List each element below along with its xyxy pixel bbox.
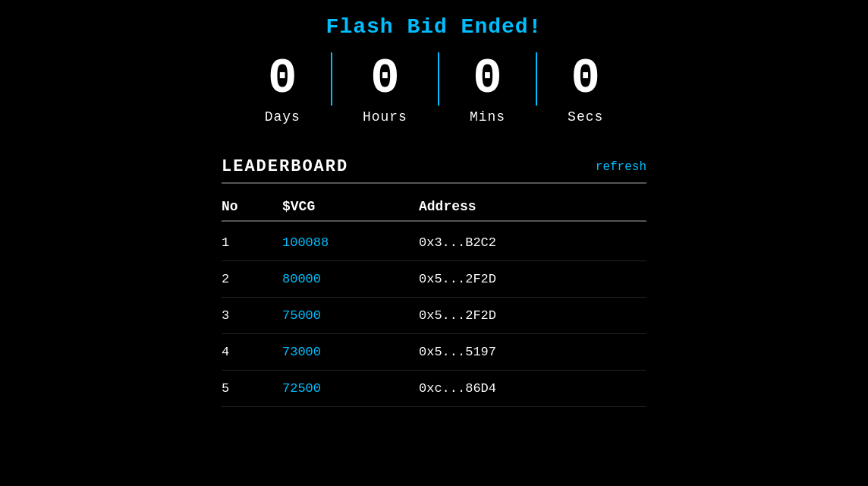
col-no-header: No: [222, 199, 282, 214]
countdown-number-secs: 0: [571, 55, 600, 103]
table-cell-vcg: 75000: [282, 308, 419, 323]
countdown-unit-mins: 0Mins: [439, 55, 536, 125]
countdown-container: 0Days0Hours0Mins0Secs: [234, 52, 634, 127]
table-row: 11000880x3...B2C2: [222, 225, 646, 261]
table-cell-vcg: 80000: [282, 272, 419, 286]
countdown-number-mins: 0: [473, 55, 502, 103]
countdown-label-secs: Secs: [568, 109, 603, 125]
table-row: 4730000x5...5197: [222, 334, 646, 371]
countdown-unit-hours: 0Hours: [332, 55, 438, 125]
table-row: 2800000x5...2F2D: [222, 261, 646, 298]
countdown-number-days: 0: [268, 55, 297, 103]
table-cell-no: 5: [222, 381, 282, 396]
countdown-label-mins: Mins: [470, 109, 505, 125]
countdown-unit-days: 0Days: [234, 55, 331, 125]
table-cell-address: 0x5...2F2D: [419, 308, 646, 323]
table-row: 3750000x5...2F2D: [222, 298, 646, 334]
table-cell-vcg: 73000: [282, 345, 419, 359]
table-cell-vcg: 72500: [282, 381, 419, 396]
refresh-button[interactable]: refresh: [596, 160, 646, 174]
countdown-label-days: Days: [265, 109, 300, 125]
table-header: No $VCG Address: [222, 193, 646, 222]
table-cell-vcg: 100088: [282, 235, 419, 250]
table-cell-no: 1: [222, 235, 282, 250]
table-row: 5725000xc...86D4: [222, 371, 646, 407]
countdown-number-hours: 0: [370, 55, 399, 103]
table-cell-address: 0xc...86D4: [419, 381, 646, 396]
countdown-unit-secs: 0Secs: [537, 55, 634, 125]
leaderboard-header-row: LEADERBOARD refresh: [222, 157, 646, 176]
table-cell-no: 3: [222, 308, 282, 323]
flash-bid-title: Flash Bid Ended!: [326, 15, 542, 39]
col-address-header: Address: [419, 199, 646, 214]
table-cell-address: 0x5...2F2D: [419, 272, 646, 286]
table-cell-no: 2: [222, 272, 282, 286]
table-body: 11000880x3...B2C22800000x5...2F2D3750000…: [222, 225, 646, 407]
table-cell-address: 0x3...B2C2: [419, 235, 646, 250]
countdown-label-hours: Hours: [363, 109, 407, 125]
table-cell-no: 4: [222, 345, 282, 359]
leaderboard-title: LEADERBOARD: [222, 157, 348, 176]
col-vcg-header: $VCG: [282, 199, 419, 214]
leaderboard-divider: [222, 182, 646, 184]
leaderboard-container: LEADERBOARD refresh No $VCG Address 1100…: [222, 157, 646, 407]
table-cell-address: 0x5...5197: [419, 345, 646, 359]
